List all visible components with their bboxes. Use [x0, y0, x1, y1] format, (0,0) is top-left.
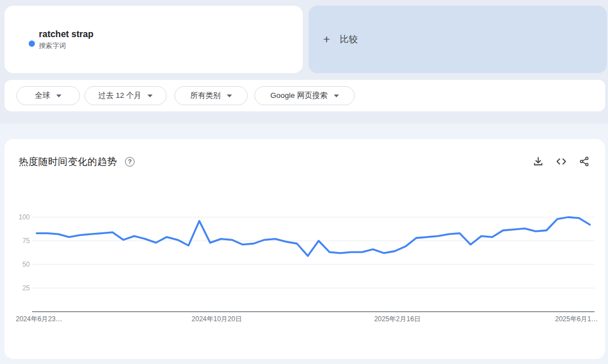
search-term-type-label: 搜索字词: [39, 41, 93, 51]
search-term-card[interactable]: ratchet strap 搜索字词: [5, 6, 303, 73]
share-icon[interactable]: [579, 156, 590, 167]
filter-category-label: 所有类别: [190, 91, 221, 101]
filter-category[interactable]: 所有类别: [175, 86, 248, 105]
series-color-dot: [29, 41, 35, 47]
filter-time-range-label: 过去 12 个月: [99, 91, 142, 101]
filter-search-type-label: Google 网页搜索: [270, 91, 327, 101]
download-icon[interactable]: [533, 156, 544, 167]
add-comparison-button[interactable]: + 比较: [309, 6, 607, 73]
chart-actions: [533, 156, 590, 167]
svg-text:2025年6月1…: 2025年6月1…: [555, 315, 598, 323]
filter-region[interactable]: 全球: [16, 86, 80, 105]
chevron-down-icon: [147, 95, 153, 97]
svg-text:25: 25: [23, 284, 30, 292]
svg-text:2024年6月23…: 2024年6月23…: [16, 315, 62, 323]
filter-region-label: 全球: [35, 91, 50, 101]
svg-text:100: 100: [19, 213, 30, 221]
filter-time-range[interactable]: 过去 12 个月: [84, 86, 167, 105]
chevron-down-icon: [56, 95, 61, 97]
compare-label: 比较: [339, 34, 357, 46]
chevron-down-icon: [227, 95, 232, 97]
interest-over-time-card: 热度随时间变化的趋势 ? 2550751002024年6月23…2024年10月…: [5, 139, 605, 359]
search-term-block: ratchet strap 搜索字词: [39, 29, 93, 51]
plus-icon: +: [323, 33, 330, 46]
trend-line-chart[interactable]: 2550751002024年6月23…2024年10月20日2025年2月16日…: [5, 139, 605, 359]
embed-icon[interactable]: [556, 156, 567, 167]
svg-text:50: 50: [23, 260, 30, 268]
filter-bar: 全球 过去 12 个月 所有类别 Google 网页搜索: [5, 80, 605, 111]
svg-text:75: 75: [23, 237, 30, 245]
search-term-text: ratchet strap: [39, 29, 93, 39]
chart-header: 热度随时间变化的趋势 ?: [19, 155, 590, 168]
chart-title: 热度随时间变化的趋势: [19, 155, 117, 168]
svg-text:2024年10月20日: 2024年10月20日: [191, 315, 242, 323]
chevron-down-icon: [334, 95, 339, 97]
svg-text:2025年2月16日: 2025年2月16日: [374, 315, 421, 323]
help-icon[interactable]: ?: [125, 157, 135, 167]
filter-search-type[interactable]: Google 网页搜索: [254, 86, 355, 105]
